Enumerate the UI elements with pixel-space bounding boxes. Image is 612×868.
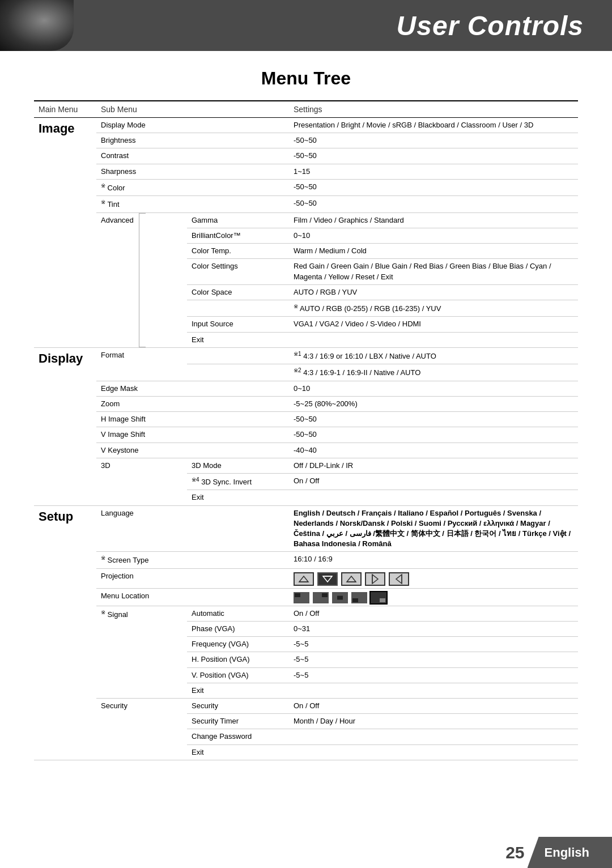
table-row: Menu Location bbox=[34, 588, 578, 606]
page-title: User Controls bbox=[397, 10, 584, 41]
col-header-sub2 bbox=[187, 101, 289, 118]
settings-cell: 16:10 / 16:9 bbox=[289, 552, 578, 569]
section-image-label: Image bbox=[39, 121, 75, 135]
sub-menu-cell: Sharpness bbox=[96, 164, 187, 179]
page-number: 25 bbox=[505, 837, 527, 868]
table-row: Contrast -50~50 bbox=[34, 148, 578, 164]
sub-menu-cell: Advanced bbox=[96, 212, 187, 347]
menu-loc-icon-4[interactable] bbox=[351, 592, 367, 603]
footer: 25 English bbox=[0, 837, 612, 868]
sub2-cell: Input Source bbox=[187, 317, 289, 332]
sub2-cell: Color Settings bbox=[187, 259, 289, 284]
table-row: Setup Language English / Deutsch / Franç… bbox=[34, 505, 578, 552]
table-row: Edge Mask 0~10 bbox=[34, 381, 578, 396]
table-row: Zoom -5~25 (80%~200%) bbox=[34, 397, 578, 412]
settings-cell: Red Gain / Green Gain / Blue Gain / Red … bbox=[289, 259, 578, 284]
sub2-cell: H. Position (VGA) bbox=[187, 652, 289, 667]
svg-marker-0 bbox=[299, 576, 308, 582]
settings-cell: ※1 4:3 / 16:9 or 16:10 / LBX / Native / … bbox=[289, 347, 578, 364]
main-content: Menu Tree Main Menu Sub Menu Settings Im… bbox=[0, 51, 612, 806]
menu-loc-icon-5[interactable] bbox=[371, 592, 386, 603]
proj-icon-4[interactable] bbox=[365, 572, 385, 586]
settings-cell: -50~50 bbox=[289, 179, 578, 196]
sub-menu-cell: Zoom bbox=[96, 397, 187, 412]
table-row: V Keystone -40~40 bbox=[34, 442, 578, 458]
settings-cell: On / Off bbox=[289, 606, 578, 621]
proj-icon-1[interactable] bbox=[294, 572, 314, 586]
settings-cell: Off / DLP-Link / IR bbox=[289, 458, 578, 473]
sub-menu-cell: Brightness bbox=[96, 133, 187, 148]
settings-cell: Warm / Medium / Cold bbox=[289, 244, 578, 259]
menu-loc-icon-1[interactable] bbox=[294, 592, 309, 603]
sub2-cell bbox=[187, 164, 289, 179]
table-row: ※ Tint -50~50 bbox=[34, 196, 578, 213]
menu-loc-icon-3[interactable] bbox=[332, 592, 348, 603]
sub2-cell: Security bbox=[187, 699, 289, 714]
sub2-cell: Automatic bbox=[187, 606, 289, 621]
sub-menu-cell: Contrast bbox=[96, 148, 187, 164]
table-row: Advanced Gamma Film / Video / Graphics /… bbox=[34, 212, 578, 228]
settings-cell: -50~50 bbox=[289, 412, 578, 427]
svg-marker-4 bbox=[347, 576, 356, 582]
sub2-cell bbox=[187, 505, 289, 552]
sub-menu-cell: 3D bbox=[96, 458, 187, 505]
settings-cell bbox=[289, 490, 578, 505]
sub2-cell: Color Temp. bbox=[187, 244, 289, 259]
table-row: Brightness -50~50 bbox=[34, 133, 578, 148]
menu-tree-heading: Menu Tree bbox=[34, 68, 578, 89]
col-header-main: Main Menu bbox=[34, 101, 96, 118]
sub2-cell bbox=[187, 300, 289, 317]
sub-menu-cell: ※ Screen Type bbox=[96, 552, 187, 569]
settings-cell: AUTO / RGB / YUV bbox=[289, 284, 578, 300]
sub2-cell: Exit bbox=[187, 332, 289, 347]
settings-cell: -50~50 bbox=[289, 427, 578, 442]
sub-menu-cell: ※ Tint bbox=[96, 196, 187, 213]
table-row: Display Format ※1 4:3 / 16:9 or 16:10 / … bbox=[34, 347, 578, 364]
settings-cell bbox=[289, 729, 578, 744]
sub-menu-cell: V Keystone bbox=[96, 442, 187, 458]
svg-marker-6 bbox=[372, 575, 378, 584]
settings-cell: -5~5 bbox=[289, 652, 578, 667]
sub2-cell bbox=[187, 442, 289, 458]
sub2-cell bbox=[187, 133, 289, 148]
menu-table: Main Menu Sub Menu Settings Image Displa… bbox=[34, 100, 578, 760]
sub-menu-cell: ※ Signal bbox=[96, 606, 187, 698]
table-row: 3D 3D Mode Off / DLP-Link / IR bbox=[34, 458, 578, 473]
table-row: Projection bbox=[34, 568, 578, 588]
sub-menu-cell: Display Mode bbox=[96, 118, 187, 133]
sub2-cell bbox=[187, 179, 289, 196]
settings-cell: 0~10 bbox=[289, 228, 578, 243]
svg-marker-2 bbox=[323, 576, 332, 582]
settings-cell: Presentation / Bright / Movie / sRGB / B… bbox=[289, 118, 578, 133]
sub2-cell: Exit bbox=[187, 683, 289, 698]
settings-cell: -50~50 bbox=[289, 148, 578, 164]
menu-loc-icon-2[interactable] bbox=[313, 592, 329, 603]
sub2-cell: Frequency (VGA) bbox=[187, 637, 289, 652]
settings-cell: -5~25 (80%~200%) bbox=[289, 397, 578, 412]
sub2-cell bbox=[187, 588, 289, 606]
sub2-cell bbox=[187, 568, 289, 588]
sub2-cell bbox=[187, 427, 289, 442]
proj-icon-5[interactable] bbox=[389, 572, 409, 586]
sub2-cell bbox=[187, 381, 289, 396]
proj-icon-3[interactable] bbox=[341, 572, 362, 586]
footer-right: 25 English bbox=[505, 837, 612, 868]
settings-cell bbox=[289, 332, 578, 347]
table-row: V Image Shift -50~50 bbox=[34, 427, 578, 442]
sub2-cell bbox=[187, 364, 289, 381]
settings-cell: ※2 4:3 / 16:9-1 / 16:9-II / Native / AUT… bbox=[289, 364, 578, 381]
settings-cell: VGA1 / VGA2 / Video / S-Video / HDMI bbox=[289, 317, 578, 332]
header: User Controls bbox=[0, 0, 612, 51]
sub2-cell: 3D Mode bbox=[187, 458, 289, 473]
table-row: Sharpness 1~15 bbox=[34, 164, 578, 179]
sub2-cell: Exit bbox=[187, 490, 289, 505]
footer-language: English bbox=[528, 837, 612, 868]
table-row: Image Display Mode Presentation / Bright… bbox=[34, 118, 578, 133]
lens-decoration bbox=[0, 0, 74, 51]
sub-menu-cell: Edge Mask bbox=[96, 381, 187, 396]
section-setup-label: Setup bbox=[39, 509, 73, 524]
projection-icons bbox=[294, 572, 573, 586]
settings-cell: On / Off bbox=[289, 473, 578, 490]
proj-icon-2[interactable] bbox=[317, 572, 338, 586]
table-row: ※ Color -50~50 bbox=[34, 179, 578, 196]
